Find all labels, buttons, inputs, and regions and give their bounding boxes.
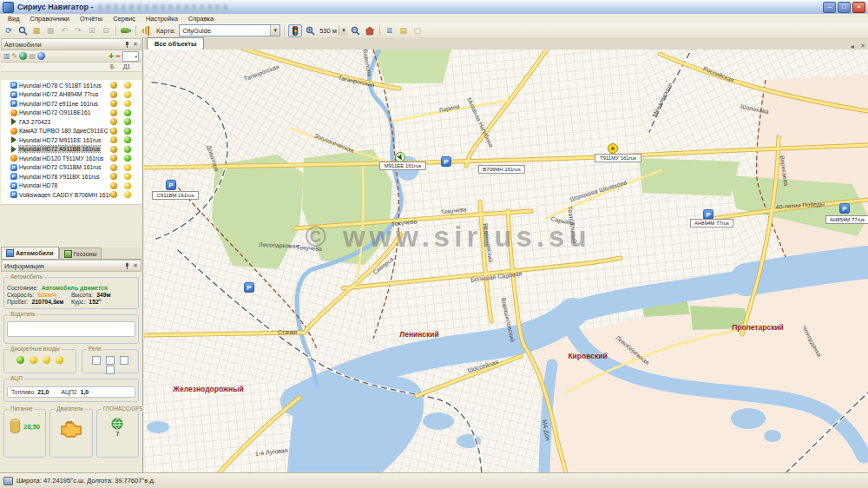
vehicles-column-header: Б Д1 — [1, 63, 141, 72]
state-value: Автомобиль движется — [42, 285, 108, 291]
menu-item[interactable]: Настройка — [141, 15, 182, 23]
vehicle-plate-label[interactable]: Т911МУ 161rus — [595, 155, 641, 162]
zoom-scale-select[interactable]: 530 м ▼ — [318, 25, 348, 36]
svg-text:В706МН 161rus: В706МН 161rus — [483, 167, 520, 172]
parking-marker[interactable]: P — [442, 157, 451, 167]
close-panel-icon[interactable]: ✕ — [133, 41, 138, 48]
search-icon[interactable] — [16, 25, 29, 36]
speed-value: 62км/ч — [37, 292, 56, 298]
svg-text:С911ВМ 161rus: С911ВМ 161rus — [157, 193, 194, 198]
vehicle-row[interactable]: PHyundai HD78 С 911ВТ 161rus — [1, 81, 141, 90]
pin-icon[interactable] — [123, 262, 130, 269]
pin-icon[interactable] — [123, 41, 130, 48]
vehicle-row[interactable]: PHyundai HD72 е911не 161rus — [1, 99, 141, 109]
traffic-light-toggle[interactable] — [288, 24, 302, 37]
chevron-down-icon[interactable]: ▼ — [270, 25, 279, 36]
edit-icon[interactable]: ✎ — [12, 52, 18, 61]
relay-checkbox[interactable] — [106, 356, 115, 365]
vehicle-row[interactable]: КамАЗ TURBO 180 ЗдиеС911ЕС 61rus — [1, 127, 141, 136]
vehicle-plate-label[interactable]: С911ВМ 161rus — [153, 192, 199, 200]
moving-vehicle-marker[interactable] — [396, 153, 405, 162]
district-label: Железнодорожный — [172, 385, 243, 393]
city-map[interactable]: ТаганрогскаяТаганрогскаяВавиловаЛаринаМи… — [144, 49, 868, 473]
battery-led — [110, 191, 117, 198]
chart-icon[interactable] — [140, 25, 152, 36]
vehicle-row[interactable]: Hyundai HD120 Т911МУ 161rus — [1, 154, 141, 163]
menu-item[interactable]: Вид — [3, 15, 24, 23]
edit-track-icon[interactable]: ▦ — [30, 25, 43, 36]
zoom-scale-value: 530 м — [319, 27, 337, 35]
svg-text:P: P — [842, 205, 847, 213]
battery-led — [110, 146, 117, 153]
vehicle-row[interactable]: Hyundai HD72 О911ВЕ161 — [1, 109, 141, 118]
speed-label: Скорость: — [7, 292, 34, 298]
vehicle-plate-label[interactable]: АН894М 77rus — [690, 220, 733, 228]
vehicle-plate-label[interactable]: М911ЕЕ 161rus — [380, 162, 426, 170]
relay-checkbox[interactable] — [106, 366, 115, 374]
mileage-value: 210704,3км — [31, 299, 63, 305]
vehicle-label: Hyundai HD72 С911ВМ 161rus — [19, 164, 102, 170]
vehicle-group-label: Автомобиль — [9, 274, 44, 280]
sort-icon[interactable]: ▥ — [3, 52, 10, 61]
list-icon[interactable]: ≣ — [384, 25, 396, 36]
vehicle-label: Hyundai HD72 А911ВВ 161rus — [19, 146, 100, 152]
map-tab-all-objects[interactable]: Все объекты — [147, 37, 204, 49]
zoom-in-icon[interactable] — [304, 25, 316, 36]
relay-checkbox[interactable] — [92, 356, 101, 365]
globe2-icon[interactable] — [37, 52, 45, 60]
vehicle-row[interactable]: Hyundai HD72 М911ЕЕ 161rus — [1, 135, 141, 145]
mileage-label: Пробег: — [7, 299, 28, 305]
menu-item[interactable]: Справка — [184, 15, 218, 23]
card-icon[interactable]: ▤ — [29, 52, 36, 61]
vehicle-row[interactable]: ГАЗ 270423 — [1, 117, 141, 127]
parking-marker[interactable]: P — [167, 181, 176, 190]
vehicle-row[interactable]: PHyundai HD72 АН894М 77rus — [1, 90, 141, 100]
vehicle-menu-icon[interactable]: ▾ — [120, 25, 132, 36]
close-button[interactable]: × — [852, 2, 865, 13]
tab-scroll-left-icon[interactable]: ◄ — [846, 43, 858, 49]
vehicle-plate-label[interactable]: АН854М 77rus — [825, 216, 868, 224]
close-panel-icon[interactable]: ✕ — [133, 262, 138, 269]
refresh-icon[interactable]: ⟳ — [3, 25, 15, 36]
battery-led — [110, 118, 117, 125]
vehicles-panel-header: Автомобили ✕ — [1, 38, 141, 50]
tab-vehicles[interactable]: Автомобили — [1, 247, 59, 259]
vehicle-row[interactable]: PHyundai HD78 У911ВХ 161rus — [1, 172, 141, 181]
parking-marker[interactable]: P — [704, 210, 713, 220]
driver-field — [7, 321, 135, 337]
vehicle-row[interactable]: PHyundai HD72 С911ВМ 161rus — [1, 163, 141, 173]
svg-text:P: P — [247, 284, 252, 292]
vehicles-toolbar: ▥ ✎ ▤ + − ▾ — [1, 50, 141, 63]
vehicle-row[interactable]: Hyundai HD72 А911ВВ 161rus — [1, 145, 141, 155]
idle-vehicle-marker[interactable] — [608, 144, 618, 154]
fuel-label: Топливо — [11, 389, 34, 395]
globe-icon[interactable] — [19, 52, 27, 60]
vehicle-row[interactable]: PVolkswagen CADDY В706МН 161rus — [1, 190, 141, 200]
parking-marker[interactable]: P — [840, 204, 850, 214]
traffic-light-icon — [293, 26, 298, 36]
svg-text:АН854М 77rus: АН854М 77rus — [830, 217, 865, 222]
notes-icon[interactable]: ▤ — [398, 25, 410, 36]
relay-checkbox[interactable] — [120, 356, 128, 365]
main-toolbar: ⟳ ▦ ▦ ↶ ↷ ⊞ ⊟ ▾ Карта: CityGuide ▼ 530 м… — [0, 23, 868, 38]
parking-marker[interactable]: P — [245, 283, 254, 293]
vehicle-plate-label[interactable]: В706МН 161rus — [479, 166, 525, 174]
remove-vehicle-button[interactable]: − — [115, 51, 121, 61]
vehicle-label: Hyundai HD78 С 911ВТ 161rus — [19, 82, 102, 89]
minimize-button[interactable]: – — [823, 2, 836, 13]
course-value: 152° — [89, 299, 101, 305]
zoom-out-icon[interactable] — [350, 25, 362, 36]
menu-item[interactable]: Отчёты — [76, 15, 107, 23]
tab-close-icon[interactable]: ✕ — [858, 43, 868, 49]
home-icon[interactable] — [364, 25, 376, 36]
map-select[interactable]: CityGuide ▼ — [179, 24, 280, 36]
filter-dropdown[interactable]: ▾ — [122, 51, 139, 62]
tab-geozones[interactable]: Геозоны — [59, 247, 102, 259]
menu-item[interactable]: Справочники — [26, 15, 74, 23]
maximize-button[interactable]: □ — [838, 2, 851, 13]
chevron-down-icon[interactable]: ▼ — [339, 25, 348, 36]
vehicle-row[interactable]: PHyundai HD78 — [1, 181, 141, 191]
menu-item[interactable]: Сервис — [108, 15, 140, 23]
discrete-inputs-group: Дискретные входы — [3, 349, 76, 373]
add-vehicle-button[interactable]: + — [108, 51, 114, 61]
